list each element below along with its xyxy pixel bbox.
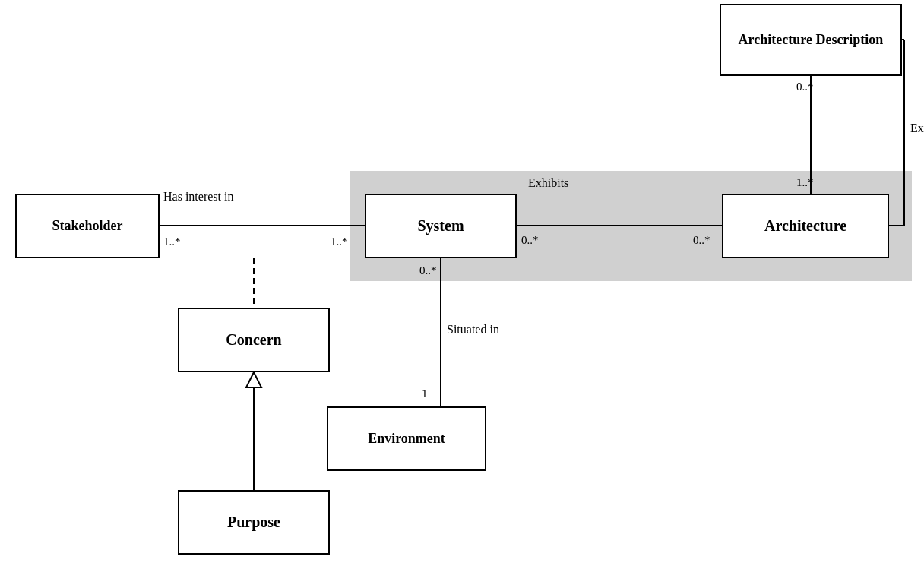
mult-system-0star: 0..* <box>419 264 437 277</box>
concern-label: Concern <box>226 331 281 349</box>
environment-label: Environment <box>368 431 445 447</box>
arch-desc-label: Architecture Description <box>739 32 884 48</box>
arch-desc-box: Architecture Description <box>720 4 902 76</box>
purpose-label: Purpose <box>227 514 280 531</box>
architecture-label: Architecture <box>764 217 846 235</box>
system-label: System <box>417 217 464 235</box>
situated-in-label: Situated in <box>447 323 499 337</box>
has-interest-in-label: Has interest in <box>163 190 233 204</box>
environment-box: Environment <box>327 406 486 471</box>
system-box: System <box>365 194 517 258</box>
expresses-label: Expresses <box>910 122 924 135</box>
exhibits-label: Exhibits <box>528 176 568 190</box>
mult-env-1: 1 <box>422 387 428 400</box>
concern-box: Concern <box>178 308 330 372</box>
mult-stakeholder: 1..* <box>163 236 181 248</box>
purpose-box: Purpose <box>178 490 330 555</box>
diagram-container: Architecture Description Architecture Sy… <box>0 0 924 569</box>
svg-marker-9 <box>246 372 261 387</box>
mult-system-left: 1..* <box>331 236 348 248</box>
mult-arch-exhibits: 0..* <box>693 234 710 247</box>
stakeholder-label: Stakeholder <box>52 218 122 234</box>
mult-sys-exhibits: 0..* <box>521 234 539 247</box>
mult-0star-archdesc: 0..* <box>796 81 814 93</box>
mult-1star-arch: 1..* <box>796 176 814 189</box>
diagram-lines <box>0 0 924 569</box>
stakeholder-box: Stakeholder <box>15 194 160 258</box>
architecture-box: Architecture <box>722 194 889 258</box>
